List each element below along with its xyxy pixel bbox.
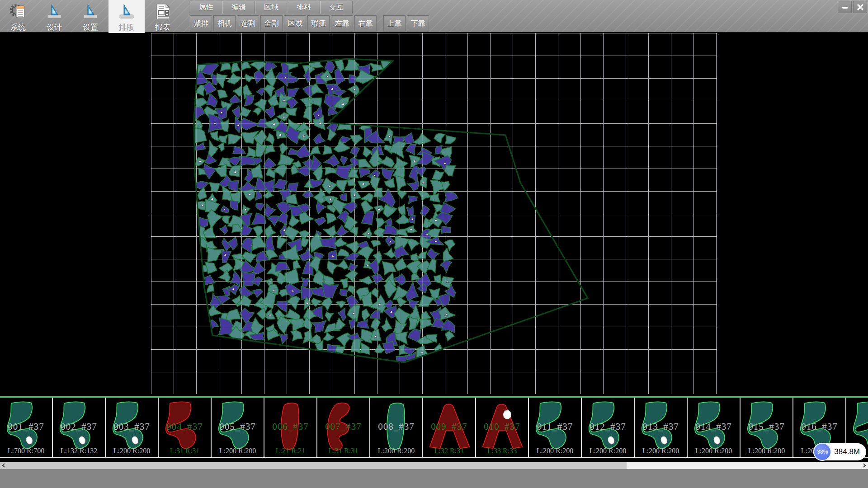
piece-measure: L:200 R:200 — [212, 447, 264, 455]
piece-label: 009_#37 — [423, 421, 475, 432]
thumbnail-cell[interactable]: 009_#37L:32 R:31 — [423, 398, 476, 458]
tool-select-cut[interactable]: 选割 — [237, 15, 259, 32]
tool-snap-top[interactable]: 上靠 — [383, 15, 406, 32]
toolbar: 系统设计设置排版报表 属性编辑区域排料交互 聚排相机选割全割区域瑕疵左靠右靠上靠… — [0, 0, 868, 33]
thumbnail-cell[interactable]: 011_#37L:200 R:200 — [529, 398, 582, 458]
piece-label: 010_#37 — [476, 421, 528, 432]
tool-defect[interactable]: 瑕疵 — [307, 15, 330, 32]
tab-system[interactable]: 系统 — [0, 0, 36, 33]
nesting-canvas[interactable] — [0, 33, 868, 396]
thumbnail-cell[interactable]: 001_#37L:700 R:700 — [0, 398, 53, 458]
piece-label: 014_#37 — [688, 421, 740, 432]
piece-measure: L:200 R:200 — [370, 447, 422, 455]
menu-region[interactable]: 区域 — [255, 1, 288, 14]
thumbnail-cell[interactable]: 007_#37L:31 R:31 — [317, 398, 370, 458]
piece-measure: L:21 R:21 — [264, 447, 316, 455]
tool-snap-left[interactable]: 左靠 — [331, 15, 353, 32]
thumbnail-cell[interactable]: 006_#37L:21 R:21 — [264, 398, 317, 458]
chevron-left-icon — [1, 463, 6, 468]
progress-circle: 38% — [813, 443, 831, 461]
piece-label: 003_#37 — [106, 421, 158, 432]
piece-label: 012_#37 — [582, 421, 634, 432]
scroll-left-button[interactable] — [0, 462, 7, 469]
tool-snap-bottom[interactable]: 下靠 — [407, 15, 429, 32]
piece-measure: L:200 R:200 — [635, 447, 687, 455]
menu-interact[interactable]: 交互 — [320, 1, 353, 14]
scrollbar-thumb[interactable] — [7, 462, 627, 469]
thumbnail-cell[interactable]: 010_#37L:33 R:33 — [476, 398, 529, 458]
thumbnail-cell[interactable]: 003_#37L:200 R:200 — [106, 398, 159, 458]
piece-label: 002_#37 — [53, 421, 105, 432]
thumbnail-cell[interactable]: 008_#37L:200 R:200 — [370, 398, 423, 458]
tab-report[interactable]: 报表 — [145, 0, 181, 33]
piece-measure: L:200 R:200 — [688, 447, 740, 455]
minimize-button[interactable] — [838, 1, 852, 13]
tab-report-label: 报表 — [155, 22, 170, 33]
piece-label: 007_#37 — [317, 421, 369, 432]
thumbnail-cell[interactable]: 015_#37L:200 R:200 — [741, 398, 793, 458]
tool-camera[interactable]: 相机 — [213, 15, 236, 32]
thumbnail-cell[interactable]: 014_#37L:200 R:200 — [688, 398, 741, 458]
piece-label: 013_#37 — [635, 421, 687, 432]
scroll-right-button[interactable] — [861, 462, 868, 469]
menu-nesting[interactable]: 排料 — [288, 1, 320, 14]
main-tab-bar: 系统设计设置排版报表 — [0, 0, 181, 33]
piece-label: 015_#37 — [741, 421, 793, 432]
gear-document-icon — [9, 2, 28, 21]
thumbnail-cell[interactable]: 013_#37L:200 R:200 — [635, 398, 688, 458]
menu-edit[interactable]: 编辑 — [222, 1, 255, 14]
piece-measure: L:200 R:200 — [582, 447, 634, 455]
tab-settings-label: 设置 — [83, 22, 98, 33]
piece-measure: L:32 R:31 — [423, 447, 475, 455]
tool-button-row: 聚排相机选割全割区域瑕疵左靠右靠上靠下靠 — [190, 15, 430, 32]
memory-badge: 38% 384.8M — [813, 443, 866, 460]
piece-label: 0 — [846, 421, 868, 432]
piece-measure: L:33 R:33 — [476, 447, 528, 455]
piece-label: 001_#37 — [0, 421, 52, 432]
set-square-icon — [45, 2, 64, 21]
tab-design[interactable]: 设计 — [36, 0, 72, 33]
menu-properties[interactable]: 属性 — [190, 1, 222, 14]
piece-label: 006_#37 — [264, 421, 316, 432]
piece-label: 016_#37 — [793, 421, 845, 432]
bottom-status-bar — [0, 469, 868, 488]
tab-layout-label: 排版 — [119, 22, 134, 33]
piece-label: 005_#37 — [212, 421, 264, 432]
menu-tab-row: 属性编辑区域排料交互 — [190, 1, 353, 14]
piece-measure: L:200 R:200 — [106, 447, 158, 455]
set-square-icon — [81, 2, 100, 21]
piece-measure: L:200 R:200 — [741, 447, 793, 455]
piece-label: 004_#37 — [159, 421, 211, 432]
thumbnail-cell[interactable]: 004_#37L:31 R:31 — [159, 398, 212, 458]
thumbnail-cell[interactable]: 012_#37L:200 R:200 — [582, 398, 635, 458]
tab-design-label: 设计 — [47, 22, 62, 33]
piece-measure: L:200 R:200 — [529, 447, 581, 455]
tool-snap-right[interactable]: 右靠 — [354, 15, 377, 32]
chevron-right-icon — [862, 463, 867, 468]
piece-measure: L:700 R:700 — [0, 447, 52, 455]
minimize-icon — [841, 4, 849, 11]
close-button[interactable] — [853, 1, 867, 13]
piece-measure: L:31 R:31 — [317, 447, 369, 455]
set-square-icon — [117, 2, 136, 21]
tab-layout[interactable]: 排版 — [108, 0, 145, 33]
memory-value: 384.8M — [834, 447, 860, 456]
window-controls — [838, 1, 867, 13]
horizontal-scrollbar[interactable] — [0, 462, 868, 469]
thumbnail-cell[interactable]: 002_#37L:132 R:132 — [53, 398, 106, 458]
close-icon — [857, 4, 864, 11]
report-icon — [153, 2, 172, 21]
tool-cluster-nest[interactable]: 聚排 — [190, 15, 212, 32]
piece-measure: L:31 R:31 — [159, 447, 211, 455]
tool-cut-all[interactable]: 全割 — [260, 15, 283, 32]
tab-settings[interactable]: 设置 — [72, 0, 108, 33]
piece-thumbnail-strip: 001_#37L:700 R:700002_#37L:132 R:132003_… — [0, 398, 868, 458]
piece-measure: L:132 R:132 — [53, 447, 105, 455]
piece-label: 011_#37 — [529, 421, 581, 432]
tab-system-label: 系统 — [10, 22, 26, 33]
tool-region[interactable]: 区域 — [284, 15, 306, 32]
thumbnail-cell[interactable]: 005_#37L:200 R:200 — [212, 398, 264, 458]
piece-label: 008_#37 — [370, 421, 422, 432]
